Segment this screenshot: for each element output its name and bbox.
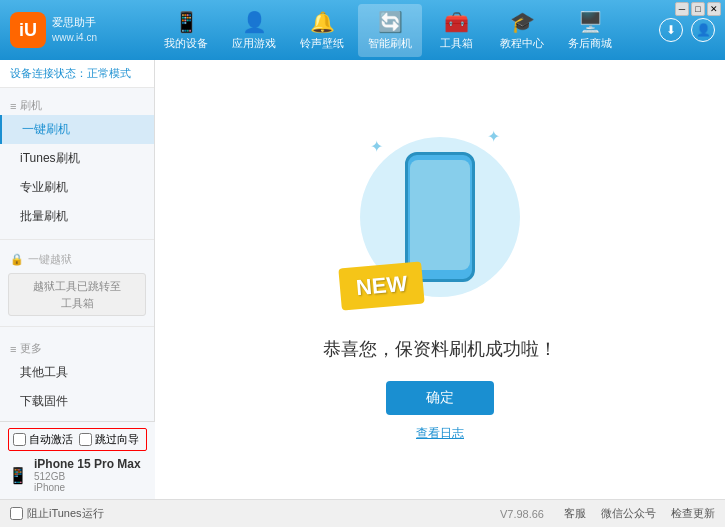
ringtone-icon: 🔔	[310, 10, 335, 34]
success-message: 恭喜您，保资料刷机成功啦！	[323, 337, 557, 361]
footer-link-support[interactable]: 客服	[564, 506, 586, 521]
sidebar: 设备连接状态：正常模式 ≡ 刷机 一键刷机 iTunes刷机 专业刷机 批量刷机	[0, 60, 155, 499]
itunes-bar: 阻止iTunes运行	[10, 506, 104, 521]
itunes-check[interactable]: 阻止iTunes运行	[10, 506, 104, 521]
nav-bar: 📱 我的设备 👤 应用游戏 🔔 铃声壁纸 🔄 智能刷机 🧰 工具箱 🎓	[117, 4, 659, 57]
logo-text: 爱思助手 www.i4.cn	[52, 15, 97, 44]
sidebar-item-one-key-flash[interactable]: 一键刷机	[0, 115, 154, 144]
header: iU 爱思助手 www.i4.cn 📱 我的设备 👤 应用游戏 🔔 铃声壁纸 🔄	[0, 0, 725, 60]
confirm-button[interactable]: 确定	[386, 381, 494, 415]
download-button[interactable]: ⬇	[659, 18, 683, 42]
more-section: ≡ 更多 其他工具 下载固件 高级功能	[0, 331, 154, 421]
flash-section-icon: ≡	[10, 100, 16, 112]
bottom-device-area: 自动激活 跳过向导 📱 iPhone 15 Pro Max 512GB iPho…	[0, 421, 155, 499]
device-info-row: 📱 iPhone 15 Pro Max 512GB iPhone	[8, 457, 147, 493]
sparkle-left: ✦	[370, 137, 383, 156]
footer-link-update[interactable]: 检查更新	[671, 506, 715, 521]
new-badge: NEW	[338, 261, 425, 310]
nav-toolbox[interactable]: 🧰 工具箱	[426, 4, 486, 57]
user-button[interactable]: 👤	[691, 18, 715, 42]
nav-service[interactable]: 🖥️ 务后商城	[558, 4, 622, 57]
skip-backup-checkbox[interactable]: 跳过向导	[79, 432, 139, 447]
sidebar-item-other-tools[interactable]: 其他工具	[0, 358, 154, 387]
sidebar-divider-2	[0, 326, 154, 327]
header-right: ⬇ 👤	[659, 18, 715, 42]
auto-activate-input[interactable]	[13, 433, 26, 446]
logo-icon: iU	[10, 12, 46, 48]
app-games-icon: 👤	[242, 10, 267, 34]
service-icon: 🖥️	[578, 10, 603, 34]
sidebar-divider-1	[0, 239, 154, 240]
log-link[interactable]: 查看日志	[416, 425, 464, 442]
jailbreak-section: 🔒 一键越狱 越狱工具已跳转至 工具箱	[0, 244, 154, 322]
jailbreak-section-title: 🔒 一键越狱	[0, 248, 154, 271]
tutorial-icon: 🎓	[510, 10, 535, 34]
nav-smart-flash[interactable]: 🔄 智能刷机	[358, 4, 422, 57]
nav-ringtone[interactable]: 🔔 铃声壁纸	[290, 4, 354, 57]
my-device-icon: 📱	[174, 10, 199, 34]
jailbreak-disabled-message: 越狱工具已跳转至 工具箱	[8, 273, 146, 316]
maximize-icon[interactable]: □	[691, 2, 705, 16]
device-details: iPhone 15 Pro Max 512GB iPhone	[34, 457, 141, 493]
flash-section-title: ≡ 刷机	[0, 92, 154, 115]
close-icon[interactable]: ✕	[707, 2, 721, 16]
footer-right: V7.98.66 客服 微信公众号 检查更新	[500, 506, 715, 521]
phone-icon: 📱	[8, 466, 28, 485]
sidebar-item-batch-flash[interactable]: 批量刷机	[0, 202, 154, 231]
main-content: ✦ ✦ NEW 恭喜您，保资料刷机成功啦！ 确定 查看日志	[155, 60, 725, 499]
auto-activate-checkbox[interactable]: 自动激活	[13, 432, 73, 447]
footer-links: 客服 微信公众号 检查更新	[564, 506, 715, 521]
more-icon: ≡	[10, 343, 16, 355]
footer: 阻止iTunes运行 V7.98.66 客服 微信公众号 检查更新	[0, 499, 725, 527]
phone-illustration: ✦ ✦ NEW	[350, 117, 530, 317]
logo: iU 爱思助手 www.i4.cn	[10, 12, 97, 48]
nav-tutorial[interactable]: 🎓 教程中心	[490, 4, 554, 57]
flash-section: ≡ 刷机 一键刷机 iTunes刷机 专业刷机 批量刷机	[0, 88, 154, 235]
skip-backup-input[interactable]	[79, 433, 92, 446]
sidebar-item-itunes-flash[interactable]: iTunes刷机	[0, 144, 154, 173]
nav-my-device[interactable]: 📱 我的设备	[154, 4, 218, 57]
footer-link-wechat[interactable]: 微信公众号	[601, 506, 656, 521]
sparkle-right: ✦	[487, 127, 500, 146]
sidebar-item-download-fw[interactable]: 下载固件	[0, 387, 154, 416]
lock-icon: 🔒	[10, 253, 24, 266]
checkbox-row: 自动激活 跳过向导	[8, 428, 147, 451]
phone-screen	[410, 160, 470, 270]
minimize-icon[interactable]: ─	[675, 2, 689, 16]
nav-app-games[interactable]: 👤 应用游戏	[222, 4, 286, 57]
toolbox-icon: 🧰	[444, 10, 469, 34]
more-section-title: ≡ 更多	[0, 335, 154, 358]
smart-flash-icon: 🔄	[378, 10, 403, 34]
status-bar: 设备连接状态：正常模式	[0, 60, 154, 88]
itunes-checkbox[interactable]	[10, 507, 23, 520]
sidebar-item-pro-flash[interactable]: 专业刷机	[0, 173, 154, 202]
